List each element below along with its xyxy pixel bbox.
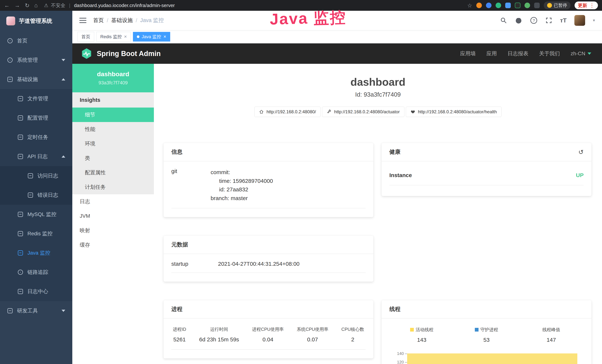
sidebar-item-dev-tools[interactable]: 研发工具 [0,301,72,321]
sba-menu-environment[interactable]: 环境 [72,137,154,151]
sba-logo-icon [81,48,92,59]
heart-icon [410,109,415,114]
metric-pid: 进程ID 5261 [173,326,186,343]
user-avatar[interactable] [574,15,585,26]
sidebar-item-config-management[interactable]: 配置管理 [0,108,72,128]
sidebar-item-link-tracing[interactable]: 链路追踪 [0,263,72,282]
sba-menu-config-props[interactable]: 配置属性 [72,165,154,180]
gear-icon [7,57,13,63]
sidebar-item-label: 链路追踪 [27,269,48,276]
threads-chart: 140 120 100 [389,351,584,364]
wrench-icon [327,109,332,114]
sba-menu-logs[interactable]: 日志 [72,194,154,209]
health-row-label: Instance [389,172,412,178]
close-icon[interactable]: × [163,34,166,40]
service-url-link[interactable]: http://192.168.0.2:48080/ [254,107,321,117]
sidebar-item-label: 错误日志 [37,192,58,199]
extension-icon[interactable] [515,3,520,8]
search-icon[interactable] [500,17,507,24]
tab-java-monitor[interactable]: Java 监控 × [133,32,170,42]
legend-swatch-blue [475,328,479,332]
sidebar-item-api-logs[interactable]: API 日志 [0,147,72,166]
access-log-icon [28,173,33,178]
close-icon[interactable]: × [124,34,127,40]
mysql-icon [18,212,23,217]
sidebar-item-label: Java 监控 [27,249,50,257]
sidebar-item-redis-monitor[interactable]: Redis 监控 [0,224,72,243]
sidebar-item-mysql-monitor[interactable]: MySQL 监控 [0,205,72,224]
actuator-url-link[interactable]: http://192.168.0.2:48080/actuator [322,107,404,117]
extension-icon[interactable] [534,3,540,8]
y-tick: 140 [389,351,407,360]
font-size-icon[interactable]: тT [560,17,567,24]
avatar-caret-icon[interactable]: ▾ [593,18,595,23]
sba-nav-wallboard[interactable]: 应用墙 [460,50,476,57]
sba-brand[interactable]: Spring Boot Admin [81,48,161,59]
sidebar-item-infrastructure[interactable]: 基础设施 [0,70,72,89]
reload-icon[interactable]: ↻ [25,2,30,9]
info-values: commit: time: 1596289704000 id: 27aa832 … [211,168,273,203]
link-url: http://192.168.0.2:48080/ [266,109,316,114]
bookmark-star-icon[interactable]: ☆ [467,2,472,9]
sidebar-item-home[interactable]: 首页 [0,31,72,50]
chevron-up-icon [62,155,65,158]
sba-locale-select[interactable]: zh-CN [571,51,591,57]
extension-icon[interactable] [495,3,501,8]
extension-icon[interactable] [486,3,492,8]
tab-home[interactable]: 首页 [77,32,94,42]
hamburger-icon[interactable] [79,18,86,23]
sba-instance-header[interactable]: dashboard 93a3fc7f7409 [72,64,154,92]
sidebar-item-java-monitor[interactable]: Java 监控 [0,243,72,263]
fullscreen-icon[interactable] [545,17,552,24]
back-icon[interactable]: ← [4,2,10,9]
sba-nav-about[interactable]: 关于我们 [539,50,560,57]
tab-redis-monitor[interactable]: Redis 监控 × [97,32,131,42]
sidebar-item-label: MySQL 监控 [27,211,56,218]
app-logo-row[interactable]: 芋道管理系统 [0,11,72,31]
sba-menu-classes[interactable]: 类 [72,151,154,165]
paused-label: 已暂停 [554,2,567,8]
sidebar-item-log-center[interactable]: 日志中心 [0,282,72,301]
extension-icon[interactable] [476,3,482,8]
browser-home-icon[interactable]: ⌂ [34,2,38,9]
health-card: 健康 ↺ Instance UP [382,143,591,196]
forward-icon[interactable]: → [14,2,20,9]
legend-live-threads: 活动线程 143 [389,327,454,343]
sidebar-item-scheduled-tasks[interactable]: 定时任务 [0,128,72,147]
breadcrumb-infrastructure[interactable]: 基础设施 [111,17,133,24]
sba-nav-applications[interactable]: 应用 [486,50,497,57]
tab-label: 首页 [81,34,90,40]
extension-icon[interactable] [505,3,511,8]
sidebar-item-error-logs[interactable]: 错误日志 [0,185,72,205]
update-button[interactable]: 更新 ⋮ [575,1,598,9]
card-title: 元数据 [171,241,188,248]
sidebar-item-file-management[interactable]: 文件管理 [0,89,72,108]
sba-menu-details[interactable]: 细节 [72,107,154,122]
breadcrumb-separator: / [107,17,108,23]
github-icon[interactable] [515,17,522,24]
sba-menu-jvm[interactable]: JVM [72,209,154,223]
sba-menu-metrics[interactable]: 性能 [72,122,154,137]
instance-subtitle: Id: 93a3fc7f7409 [154,91,602,98]
metric-value: 2 [341,336,364,343]
sidebar-item-label: 文件管理 [27,95,48,102]
breadcrumb-home[interactable]: 首页 [93,17,104,24]
sidebar-item-label: 首页 [17,37,27,44]
address-bar[interactable]: ⚠ 不安全 | dashboard.yudao.iocoder.cn/infra… [44,2,175,9]
health-url-link[interactable]: http://192.168.0.2:48080/actuator/health [406,107,502,117]
extension-icon[interactable] [525,3,530,8]
sba-nav-journal[interactable]: 日志报表 [508,50,528,57]
sba-menu-scheduled-tasks[interactable]: 计划任务 [72,180,154,194]
sba-menu-mappings[interactable]: 映射 [72,223,154,238]
history-icon[interactable]: ↺ [579,148,584,156]
health-instance-row[interactable]: Instance UP [389,170,584,185]
kebab-menu-icon[interactable]: ⋮ [589,2,595,9]
sba-menu-caches[interactable]: 缓存 [72,238,154,252]
paused-badge[interactable]: 已暂停 [544,1,570,9]
sidebar-item-label: 定时任务 [27,134,48,141]
sidebar-item-system-management[interactable]: 系统管理 [0,50,72,70]
help-icon[interactable]: ? [530,17,538,24]
process-card: 进程 进程ID 5261 运行时间 [163,300,373,358]
sidebar-item-access-logs[interactable]: 访问日志 [0,166,72,185]
sidebar-item-label: API 日志 [27,153,48,160]
